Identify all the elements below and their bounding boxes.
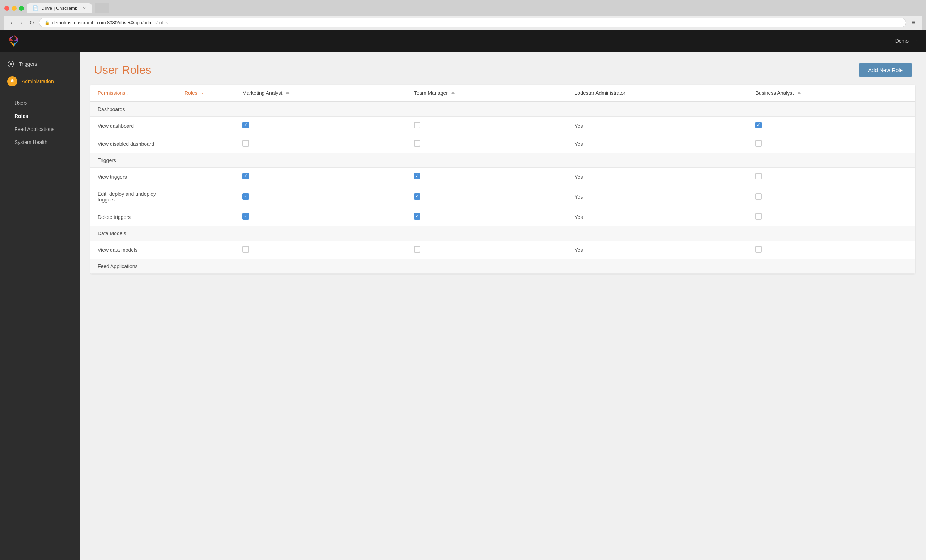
- perm-team-manager: [407, 135, 567, 153]
- edit-business-analyst-icon[interactable]: ✏: [797, 91, 801, 96]
- perm-marketing-analyst: [235, 208, 407, 226]
- perm-lodestar-admin: Yes: [567, 135, 748, 153]
- perm-team-manager: [407, 117, 567, 135]
- browser-toolbar: ‹ › ↻ 🔒 demohost.unscrambl.com:8080/driv…: [5, 15, 921, 30]
- table-row: Edit, deploy and undeploy triggers Yes: [91, 186, 915, 208]
- section-label: Dashboards: [91, 101, 915, 117]
- col-header-permissions: Permissions ↓: [91, 85, 177, 101]
- perm-spacer: [177, 186, 235, 208]
- sidebar-item-roles[interactable]: Roles: [0, 110, 80, 123]
- checkbox-unchecked[interactable]: [414, 140, 420, 147]
- perm-spacer: [177, 117, 235, 135]
- sidebar-subitems: Users Roles Feed Applications System Hea…: [0, 95, 80, 150]
- roles-table-container: Permissions ↓ Roles → Marketing Analyst …: [91, 85, 915, 274]
- sidebar-item-feed-applications[interactable]: Feed Applications: [0, 123, 80, 136]
- section-label: Triggers: [91, 153, 915, 168]
- edit-team-manager-icon[interactable]: ✏: [451, 91, 455, 96]
- sidebar-top-section: Triggers Administration: [0, 52, 80, 95]
- checkbox-unchecked[interactable]: [414, 246, 420, 253]
- maximize-dot[interactable]: [19, 6, 24, 11]
- logout-icon[interactable]: →: [913, 38, 919, 44]
- checkbox-checked[interactable]: [414, 193, 420, 200]
- perm-label: View triggers: [91, 168, 177, 186]
- close-dot[interactable]: [5, 6, 9, 11]
- triggers-label: Triggers: [19, 61, 37, 67]
- checkbox-checked[interactable]: [414, 213, 420, 219]
- col-header-team-manager: Team Manager ✏: [407, 85, 567, 101]
- checkbox-unchecked[interactable]: [414, 122, 420, 129]
- back-button[interactable]: ‹: [9, 19, 15, 27]
- perm-spacer: [177, 168, 235, 186]
- col-header-marketing-analyst: Marketing Analyst ✏: [235, 85, 407, 101]
- checkbox-checked[interactable]: [242, 193, 249, 200]
- tab-icon: 📄: [33, 5, 38, 11]
- col-header-business-analyst: Business Analyst ✏: [748, 85, 915, 101]
- new-tab-button[interactable]: ＋: [95, 3, 109, 14]
- checkbox-unchecked[interactable]: [755, 246, 762, 253]
- checkbox-unchecked[interactable]: [755, 140, 762, 147]
- triggers-icon: [7, 61, 14, 68]
- checkbox-checked[interactable]: [242, 173, 249, 179]
- perm-lodestar-admin: Yes: [567, 168, 748, 186]
- perm-business-analyst: [748, 241, 915, 259]
- yes-text: Yes: [575, 141, 583, 147]
- page-header: User Roles Add New Role: [80, 52, 926, 85]
- app-logo: [7, 34, 20, 47]
- perm-marketing-analyst: [235, 117, 407, 135]
- perm-marketing-analyst: [235, 168, 407, 186]
- roles-table: Permissions ↓ Roles → Marketing Analyst …: [91, 85, 915, 274]
- section-label: Data Models: [91, 226, 915, 241]
- table-header-row: Permissions ↓ Roles → Marketing Analyst …: [91, 85, 915, 101]
- col-header-roles: Roles →: [177, 85, 235, 101]
- yes-text: Yes: [575, 247, 583, 253]
- forward-button[interactable]: ›: [18, 19, 24, 27]
- perm-spacer: [177, 241, 235, 259]
- checkbox-checked[interactable]: [755, 122, 762, 129]
- checkbox-checked[interactable]: [242, 213, 249, 219]
- yes-text: Yes: [575, 174, 583, 180]
- administration-label: Administration: [22, 79, 54, 84]
- refresh-button[interactable]: ↻: [27, 18, 36, 27]
- perm-label: View disabled dashboard: [91, 135, 177, 153]
- svg-point-7: [10, 63, 12, 65]
- checkbox-checked[interactable]: [242, 122, 249, 129]
- section-row: Feed Applications: [91, 259, 915, 274]
- checkbox-unchecked[interactable]: [242, 246, 249, 253]
- perm-label: View data models: [91, 241, 177, 259]
- checkbox-unchecked[interactable]: [755, 173, 762, 179]
- perm-spacer: [177, 135, 235, 153]
- sidebar-item-users[interactable]: Users: [0, 97, 80, 110]
- perm-label: Edit, deploy and undeploy triggers: [91, 186, 177, 208]
- browser-titlebar: 📄 Drive | Unscrambl ✕ ＋: [5, 3, 921, 14]
- address-bar[interactable]: 🔒 demohost.unscrambl.com:8080/drive/#/ap…: [39, 18, 906, 27]
- perm-business-analyst: [748, 117, 915, 135]
- checkbox-unchecked[interactable]: [755, 193, 762, 200]
- url-text: demohost.unscrambl.com:8080/drive/#/app/…: [52, 20, 168, 25]
- sidebar-item-system-health[interactable]: System Health: [0, 136, 80, 149]
- svg-marker-3: [14, 41, 18, 47]
- perm-team-manager: [407, 168, 567, 186]
- window-controls: [5, 6, 24, 11]
- checkbox-checked[interactable]: [414, 173, 420, 179]
- browser-menu-button[interactable]: ≡: [909, 18, 917, 27]
- svg-marker-2: [9, 41, 14, 47]
- perm-marketing-analyst: [235, 135, 407, 153]
- edit-marketing-analyst-icon[interactable]: ✏: [286, 91, 290, 96]
- perm-business-analyst: [748, 208, 915, 226]
- minimize-dot[interactable]: [12, 6, 17, 11]
- add-role-button[interactable]: Add New Role: [859, 63, 912, 77]
- tab-title: Drive | Unscrambl: [41, 5, 79, 11]
- tab-close-button[interactable]: ✕: [82, 6, 86, 11]
- table-row: View triggers Yes: [91, 168, 915, 186]
- username-label: Demo: [895, 38, 909, 44]
- sidebar-item-administration[interactable]: Administration: [0, 72, 80, 91]
- sidebar-item-triggers[interactable]: Triggers: [0, 56, 80, 72]
- page-title: User Roles: [94, 63, 151, 77]
- gear-icon-bg: [7, 76, 17, 86]
- checkbox-unchecked[interactable]: [242, 140, 249, 147]
- active-tab[interactable]: 📄 Drive | Unscrambl ✕: [27, 3, 92, 13]
- table-row: View dashboard Yes: [91, 117, 915, 135]
- checkbox-unchecked[interactable]: [755, 213, 762, 219]
- perm-business-analyst: [748, 135, 915, 153]
- app-body: Triggers Administration Users: [0, 52, 926, 560]
